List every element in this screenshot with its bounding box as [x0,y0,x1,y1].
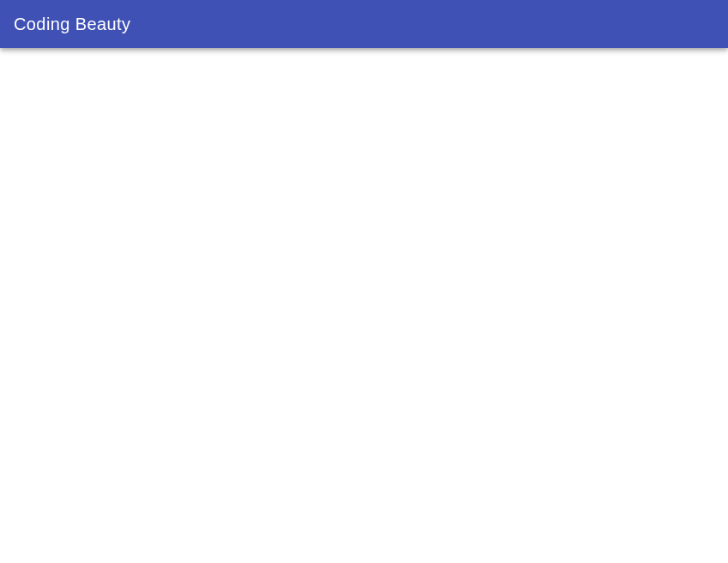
app-title: Coding Beauty [14,15,130,34]
app-bar: Coding Beauty [0,0,728,48]
main-content [0,48,728,75]
